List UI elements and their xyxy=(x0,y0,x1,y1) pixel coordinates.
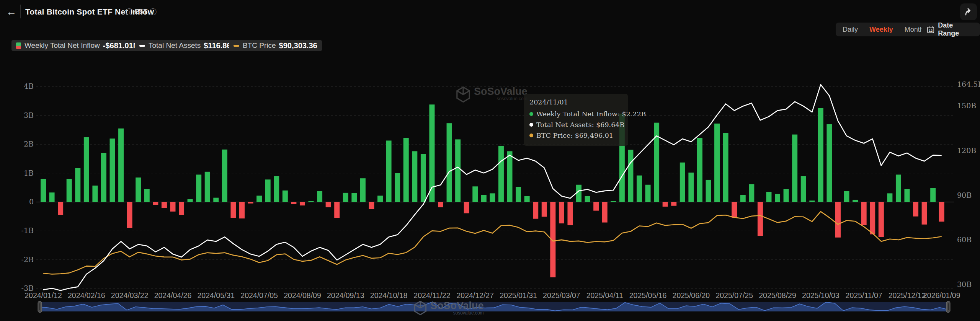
inflow-bar[interactable] xyxy=(403,138,409,202)
navigator-right-handle[interactable] xyxy=(946,301,950,313)
inflow-bar[interactable] xyxy=(386,140,392,202)
inflow-bar[interactable] xyxy=(861,202,867,225)
inflow-bar[interactable] xyxy=(576,185,581,202)
inflow-bar[interactable] xyxy=(784,189,789,202)
inflow-bar[interactable] xyxy=(144,189,150,202)
inflow-bar[interactable] xyxy=(853,200,858,202)
inflow-bar[interactable] xyxy=(542,202,547,217)
inflow-bar[interactable] xyxy=(213,198,219,202)
inflow-bar[interactable] xyxy=(809,200,815,202)
main-chart[interactable]: 4B3B2B1B0-1B-2B-3B164.5B150B120B90B60B30… xyxy=(0,0,980,321)
inflow-bar[interactable] xyxy=(239,202,245,218)
inflow-bar[interactable] xyxy=(766,192,771,202)
inflow-bar[interactable] xyxy=(196,174,201,202)
inflow-bar[interactable] xyxy=(179,202,184,215)
inflow-bar[interactable] xyxy=(110,139,115,202)
inflow-bar[interactable] xyxy=(706,180,711,202)
inflow-bar[interactable] xyxy=(697,138,702,202)
inflow-bar[interactable] xyxy=(498,146,504,202)
inflow-bar[interactable] xyxy=(75,168,80,202)
inflow-bar[interactable] xyxy=(835,202,841,238)
inflow-bar[interactable] xyxy=(826,124,832,202)
inflow-bar[interactable] xyxy=(905,189,910,202)
inflow-bar[interactable] xyxy=(645,185,651,202)
inflow-bar[interactable] xyxy=(256,196,262,202)
inflow-bar[interactable] xyxy=(533,202,538,219)
inflow-bar[interactable] xyxy=(127,202,132,228)
inflow-bar[interactable] xyxy=(688,173,694,202)
inflow-bar[interactable] xyxy=(602,202,608,223)
inflow-bar[interactable] xyxy=(749,184,754,202)
inflow-bar[interactable] xyxy=(507,151,513,202)
inflow-bar[interactable] xyxy=(758,202,763,236)
inflow-bar[interactable] xyxy=(230,202,236,218)
inflow-bar[interactable] xyxy=(481,195,487,202)
inflow-bar[interactable] xyxy=(136,178,141,202)
inflow-bar[interactable] xyxy=(326,202,331,207)
inflow-bar[interactable] xyxy=(360,178,366,202)
inflow-bar[interactable] xyxy=(343,193,348,202)
inflow-bar[interactable] xyxy=(84,137,89,202)
inflow-bar[interactable] xyxy=(472,186,478,202)
inflow-bar[interactable] xyxy=(844,191,849,202)
inflow-bar[interactable] xyxy=(377,196,383,202)
zoom-navigator[interactable] xyxy=(38,301,950,313)
inflow-bar[interactable] xyxy=(740,195,746,202)
inflow-bar[interactable] xyxy=(913,202,918,217)
inflow-bar[interactable] xyxy=(516,187,521,202)
inflow-bar[interactable] xyxy=(101,153,106,202)
inflow-bar[interactable] xyxy=(559,202,564,223)
inflow-bar[interactable] xyxy=(92,186,98,202)
inflow-bar[interactable] xyxy=(300,202,305,205)
inflow-bar[interactable] xyxy=(887,193,892,202)
inflow-bar[interactable] xyxy=(801,176,806,202)
inflow-bar[interactable] xyxy=(317,191,322,202)
inflow-bar[interactable] xyxy=(395,173,400,202)
inflow-bar[interactable] xyxy=(732,202,737,218)
inflow-bar[interactable] xyxy=(671,202,676,206)
inflow-bar[interactable] xyxy=(775,194,780,202)
inflow-bar[interactable] xyxy=(205,172,210,202)
inflow-bar[interactable] xyxy=(41,179,46,202)
inflow-bar[interactable] xyxy=(291,202,296,204)
inflow-bar[interactable] xyxy=(524,196,530,202)
inflow-bar[interactable] xyxy=(585,196,590,202)
inflow-bar[interactable] xyxy=(870,202,875,234)
inflow-bar[interactable] xyxy=(792,135,797,202)
inflow-bar[interactable] xyxy=(663,202,668,207)
inflow-bar[interactable] xyxy=(464,202,469,213)
inflow-bar[interactable] xyxy=(118,129,124,202)
inflow-bar[interactable] xyxy=(637,176,642,202)
btc-price-line[interactable] xyxy=(43,212,942,274)
inflow-bar[interactable] xyxy=(490,193,495,202)
inflow-bar[interactable] xyxy=(265,179,271,202)
inflow-bar[interactable] xyxy=(188,199,193,202)
navigator-left-handle[interactable] xyxy=(38,301,42,313)
inflow-bar[interactable] xyxy=(438,202,443,207)
inflow-bar[interactable] xyxy=(248,202,253,204)
inflow-bar[interactable] xyxy=(274,176,279,202)
inflow-bar[interactable] xyxy=(611,201,616,202)
inflow-bar[interactable] xyxy=(351,193,357,202)
inflow-bar[interactable] xyxy=(654,123,659,202)
inflow-bar[interactable] xyxy=(283,191,288,202)
inflow-bar[interactable] xyxy=(58,202,63,215)
inflow-bar[interactable] xyxy=(67,179,72,202)
inflow-bar[interactable] xyxy=(309,201,314,202)
inflow-bar[interactable] xyxy=(334,202,340,218)
inflow-bar[interactable] xyxy=(170,202,175,212)
inflow-bar[interactable] xyxy=(153,202,158,205)
inflow-bar[interactable] xyxy=(49,192,55,202)
inflow-bar[interactable] xyxy=(412,151,417,202)
inflow-bar[interactable] xyxy=(593,202,599,211)
inflow-bar[interactable] xyxy=(930,188,936,202)
inflow-bar[interactable] xyxy=(818,108,823,202)
inflow-bar[interactable] xyxy=(680,163,685,202)
inflow-bar[interactable] xyxy=(723,133,728,202)
inflow-bar[interactable] xyxy=(628,150,633,202)
inflow-bar[interactable] xyxy=(939,202,944,222)
inflow-bar[interactable] xyxy=(567,202,573,225)
inflow-bar[interactable] xyxy=(455,139,461,202)
inflow-bar[interactable] xyxy=(222,150,227,202)
inflow-bar[interactable] xyxy=(369,202,374,209)
